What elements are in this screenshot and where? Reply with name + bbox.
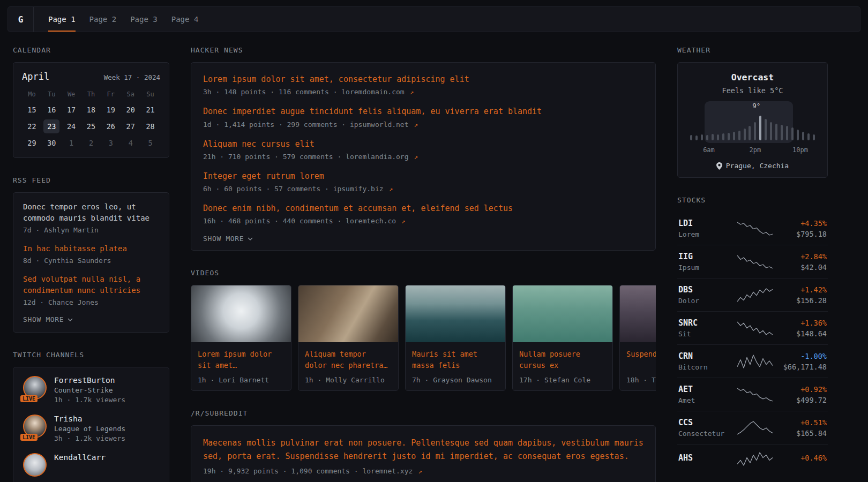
- stock-row[interactable]: AHS +0.46%: [677, 445, 828, 473]
- hn-item-meta: 21h · 710 points · 579 comments · loreml…: [203, 153, 643, 161]
- stock-row[interactable]: CRN Bitcorn -1.00% $66,171.48: [677, 345, 828, 378]
- hn-item-domain[interactable]: loremlandia.org: [346, 153, 408, 161]
- channel-name[interactable]: KendallCarr: [54, 453, 106, 462]
- weather-feels-like: Feels like 5°C: [686, 86, 819, 95]
- video-title[interactable]: Nullam posuere cursus ex: [519, 349, 606, 371]
- stock-row[interactable]: CCS Consectetur +0.51% $165.84: [677, 411, 828, 445]
- video-card[interactable]: Aliquam tempor dolor nec pharetra… 1h · …: [298, 285, 399, 391]
- weather-bar: [749, 126, 751, 140]
- hn-item[interactable]: Donec imperdiet augue tincidunt felis al…: [203, 106, 643, 128]
- hn-item-domain[interactable]: ipsumify.biz: [333, 185, 384, 193]
- video-body: Lorem ipsum dolor sit amet consectetu… 1…: [191, 342, 291, 390]
- subreddit-post-stats: 19h · 9,932 points · 1,090 comments ·: [203, 467, 358, 475]
- stock-row[interactable]: AET Amet +0.92% $499.72: [677, 378, 828, 411]
- hn-item-title[interactable]: Aliquam nec cursus elit: [203, 138, 643, 150]
- channel-game[interactable]: League of Legends: [54, 425, 125, 433]
- hn-show-more-button[interactable]: SHOW MORE: [203, 235, 253, 243]
- subreddit-post-domain[interactable]: loremnet.xyz: [362, 467, 413, 475]
- stock-id: CRN Bitcorn: [678, 351, 730, 371]
- rss-item[interactable]: Donec tempor eros leo, ut commodo mauris…: [23, 201, 159, 234]
- calendar-date: 27: [123, 119, 139, 133]
- channel-game[interactable]: Counter-Strike: [54, 386, 125, 394]
- stock-row[interactable]: LDI Lorem +4.35% $795.18: [677, 212, 828, 245]
- hn-item-domain[interactable]: loremtech.co: [346, 217, 396, 225]
- time-label: 2pm: [750, 146, 761, 154]
- peak-temp-label: 9°: [752, 102, 760, 110]
- hn-item[interactable]: Lorem ipsum dolor sit amet, consectetur …: [203, 73, 643, 96]
- video-thumbnail[interactable]: [191, 285, 291, 342]
- stock-row[interactable]: SNRC Sit +1.36% $148.64: [677, 312, 828, 345]
- weather-bar: [695, 135, 698, 140]
- hn-item-title[interactable]: Donec imperdiet augue tincidunt felis al…: [203, 106, 643, 118]
- section-title-hackernews: HACKER NEWS: [191, 46, 656, 54]
- hn-item[interactable]: Integer eget rutrum lorem 6h · 60 points…: [203, 170, 643, 193]
- weather-widget: Overcast Feels like 5°C 9°: [677, 62, 828, 178]
- chevron-down-icon: [248, 237, 253, 240]
- twitch-channel[interactable]: LIVE KendallCarr: [23, 453, 159, 477]
- video-title[interactable]: Aliquam tempor dolor nec pharetra…: [305, 349, 392, 371]
- hn-item[interactable]: Donec enim nibh, condimentum et accumsan…: [203, 202, 643, 225]
- hn-item[interactable]: Aliquam nec cursus elit 21h · 710 points…: [203, 138, 643, 161]
- rss-item-title[interactable]: In hac habitasse platea: [23, 243, 159, 254]
- calendar-section: CALENDAR April Week 17 · 2024 Mo Tu We T…: [13, 46, 169, 158]
- twitch-section: TWITCH CHANNELS LIVE ForrestBurton Count…: [13, 351, 169, 482]
- calendar-day-name: Tu: [43, 88, 59, 100]
- stock-row[interactable]: DBS Dolor +1.42% $156.28: [677, 278, 828, 312]
- video-card[interactable]: Suspendisse diam 18h · Tara: [619, 285, 656, 391]
- page-tab[interactable]: Page 4: [164, 7, 206, 32]
- hn-item-domain[interactable]: loremdomain.com: [341, 88, 404, 96]
- channel-name[interactable]: ForrestBurton: [54, 376, 125, 385]
- weather-bars: [690, 112, 815, 140]
- rss-show-more-button[interactable]: SHOW MORE: [23, 315, 73, 323]
- video-meta: 1h · Lori Barnett: [198, 376, 285, 384]
- video-card[interactable]: Mauris sit amet massa felis 7h · Grayson…: [405, 285, 506, 391]
- app-logo[interactable]: G: [8, 7, 34, 32]
- channel-name[interactable]: Trisha: [54, 415, 125, 423]
- twitch-channel[interactable]: LIVE ForrestBurton Counter-Strike 1h · 1…: [23, 376, 159, 404]
- rss-item-meta: 7d · Ashlyn Martin: [23, 226, 159, 234]
- stock-sparkline: [730, 320, 780, 336]
- video-thumbnail[interactable]: [513, 285, 612, 342]
- hn-item-domain[interactable]: ipsumworld.net: [350, 120, 409, 129]
- subreddit-post[interactable]: Maecenas mollis pulvinar erat non posuer…: [203, 436, 643, 476]
- video-thumbnail[interactable]: [620, 285, 656, 342]
- video-title[interactable]: Suspendisse diam: [626, 349, 656, 359]
- rss-item[interactable]: Sed volutpat nulla nisl, a condimentum n…: [23, 274, 159, 306]
- channel-avatar-wrap: LIVE: [23, 376, 47, 400]
- subreddit-post-title[interactable]: Maecenas mollis pulvinar erat non posuer…: [203, 436, 643, 463]
- rss-item-title[interactable]: Sed volutpat nulla nisl, a condimentum n…: [23, 274, 159, 296]
- weather-bar: [738, 131, 740, 140]
- calendar-header: April Week 17 · 2024: [22, 71, 160, 82]
- rss-item[interactable]: In hac habitasse platea 8d · Cynthia Sau…: [23, 243, 159, 265]
- video-thumbnail[interactable]: [298, 285, 398, 342]
- rss-item-title[interactable]: Donec tempor eros leo, ut commodo mauris…: [23, 201, 159, 224]
- twitch-channel[interactable]: LIVE Trisha League of Legends 3h · 1.2k …: [23, 415, 159, 442]
- calendar-date: 24: [63, 119, 79, 133]
- page-tab[interactable]: Page 3: [123, 7, 164, 32]
- weather-bar: [744, 129, 746, 140]
- hn-item-title[interactable]: Integer eget rutrum lorem: [203, 170, 643, 183]
- stock-sparkline: [730, 387, 780, 403]
- stock-name: Ipsum: [678, 263, 730, 272]
- video-card[interactable]: Lorem ipsum dolor sit amet consectetu… 1…: [191, 285, 291, 391]
- video-card[interactable]: Nullam posuere cursus ex 17h · Stefan Co…: [512, 285, 613, 391]
- calendar-date: 20: [123, 103, 139, 117]
- hn-item-stats: 3h · 148 points · 116 comments ·: [203, 88, 337, 96]
- page-tab[interactable]: Page 1: [41, 7, 83, 32]
- calendar-date: 30: [43, 136, 59, 150]
- calendar-date: 23: [43, 119, 59, 133]
- stock-price: $499.72: [780, 396, 827, 404]
- video-title[interactable]: Mauris sit amet massa felis: [412, 349, 499, 371]
- hn-item-title[interactable]: Lorem ipsum dolor sit amet, consectetur …: [203, 73, 643, 86]
- page-tab[interactable]: Page 2: [83, 7, 124, 32]
- video-meta: 17h · Stefan Cole: [519, 376, 606, 384]
- stock-row[interactable]: IIG Ipsum +2.84% $42.04: [677, 245, 828, 278]
- calendar-day-name: Th: [83, 88, 99, 100]
- stock-ticker: SNRC: [678, 318, 730, 328]
- hn-item-title[interactable]: Donec enim nibh, condimentum et accumsan…: [203, 202, 643, 215]
- weather-bar: [754, 122, 756, 140]
- channel-meta: 1h · 1.7k viewers: [54, 396, 125, 404]
- video-thumbnail[interactable]: [406, 285, 505, 342]
- video-title[interactable]: Lorem ipsum dolor sit amet consectetu…: [198, 349, 285, 371]
- stock-price: $66,171.48: [780, 363, 827, 371]
